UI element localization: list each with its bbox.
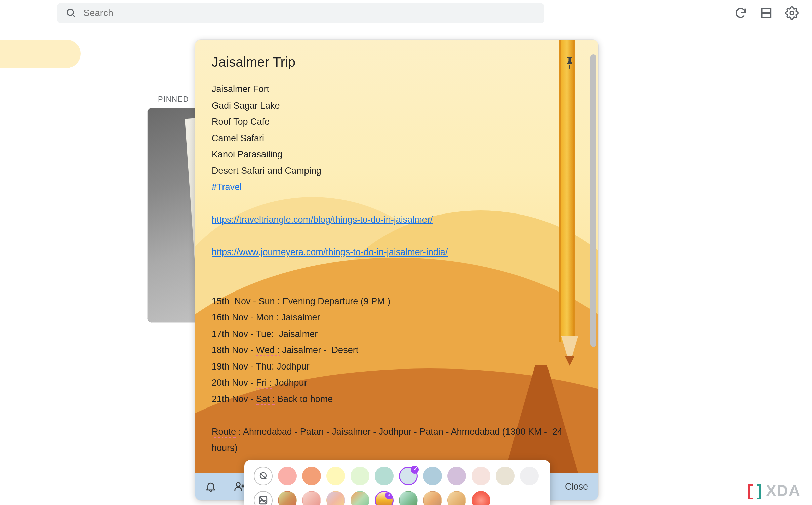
color-swatch-sand[interactable] bbox=[326, 467, 345, 485]
svg-point-5 bbox=[236, 483, 240, 487]
background-swatch-none[interactable] bbox=[254, 491, 273, 505]
search-input[interactable] bbox=[83, 8, 536, 18]
background-swatch-travel[interactable] bbox=[423, 491, 442, 505]
svg-rect-2 bbox=[762, 8, 771, 12]
note-link[interactable]: https://traveltriangle.com/blog/things-t… bbox=[212, 215, 433, 225]
search-icon bbox=[65, 7, 77, 19]
color-swatch-coral[interactable] bbox=[278, 467, 297, 485]
background-swatch-celebration[interactable] bbox=[472, 491, 490, 505]
watermark: []XDA bbox=[747, 481, 801, 500]
list-view-icon[interactable] bbox=[760, 6, 773, 20]
color-swatch-blossom[interactable] bbox=[472, 467, 490, 485]
color-swatch-storm[interactable] bbox=[423, 467, 442, 485]
svg-point-0 bbox=[67, 9, 73, 15]
color-swatch-mint[interactable] bbox=[351, 467, 369, 485]
top-bar bbox=[0, 0, 812, 26]
color-swatch-fog[interactable] bbox=[399, 467, 418, 485]
reminder-icon[interactable] bbox=[205, 481, 216, 492]
svg-rect-3 bbox=[762, 13, 771, 17]
section-pinned-label: PINNED bbox=[158, 95, 189, 104]
color-swatch-default[interactable] bbox=[254, 467, 273, 485]
note-link[interactable]: https://www.journeyera.com/things-to-do-… bbox=[212, 247, 448, 257]
close-button[interactable]: Close bbox=[565, 481, 588, 492]
background-swatch-music[interactable] bbox=[326, 491, 345, 505]
background-swatch-places[interactable] bbox=[399, 491, 418, 505]
sidebar-notes-pill[interactable] bbox=[0, 40, 81, 68]
color-row bbox=[254, 467, 541, 485]
background-swatch-notes[interactable] bbox=[375, 491, 394, 505]
note-body[interactable]: Jaisalmer Fort Gadi Sagar Lake Roof Top … bbox=[212, 81, 581, 456]
note-title[interactable]: Jaisalmer Trip bbox=[212, 54, 581, 70]
background-swatch-groceries[interactable] bbox=[278, 491, 297, 505]
settings-icon[interactable] bbox=[785, 6, 799, 20]
svg-line-1 bbox=[73, 14, 75, 17]
background-swatch-food[interactable] bbox=[302, 491, 321, 505]
color-swatch-clay[interactable] bbox=[496, 467, 515, 485]
note-editor-modal: Jaisalmer Trip Jaisalmer Fort Gadi Sagar… bbox=[195, 40, 598, 500]
color-swatch-chalk[interactable] bbox=[520, 467, 539, 485]
color-picker-popover bbox=[244, 460, 550, 505]
collaborator-icon[interactable] bbox=[234, 481, 245, 492]
refresh-icon[interactable] bbox=[734, 6, 747, 20]
pin-button[interactable] bbox=[563, 56, 577, 70]
note-tag-link[interactable]: #Travel bbox=[212, 182, 242, 192]
search-box[interactable] bbox=[57, 3, 544, 23]
background-swatch-recipes[interactable] bbox=[351, 491, 369, 505]
background-swatch-video[interactable] bbox=[447, 491, 466, 505]
background-row bbox=[254, 491, 541, 505]
svg-point-4 bbox=[790, 11, 794, 15]
svg-line-8 bbox=[259, 497, 267, 504]
color-swatch-peach[interactable] bbox=[302, 467, 321, 485]
color-swatch-dusk[interactable] bbox=[447, 467, 466, 485]
color-swatch-sage[interactable] bbox=[375, 467, 394, 485]
